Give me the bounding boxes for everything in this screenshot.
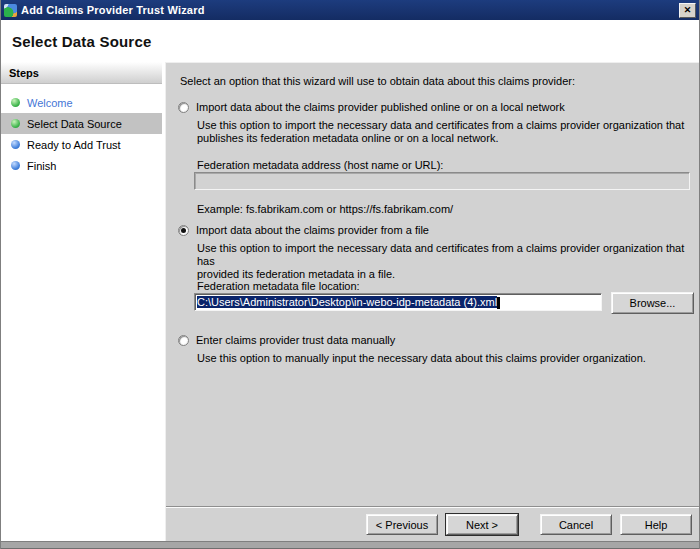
step-done-bullet-icon [11,98,20,107]
radio-option-label[interactable]: Import data about the claims provider fr… [196,224,429,237]
metadata-file-input[interactable]: C:\Users\Administrator\Desktop\in-webo-i… [194,293,602,311]
metadata-address-label: Federation metadata address (host name o… [197,159,443,172]
cancel-button[interactable]: Cancel [540,514,612,535]
title-bar[interactable]: Add Claims Provider Trust Wizard ✕ [1,0,699,20]
steps-sidebar: Steps Welcome Select Data Source Ready t… [1,62,162,541]
step-label: Finish [27,160,56,172]
heading-band: Select Data Source [1,20,699,62]
step-upcoming-bullet-icon [11,161,20,170]
steps-list: Welcome Select Data Source Ready to Add … [1,84,162,176]
close-button[interactable]: ✕ [679,3,696,18]
steps-header: Steps [1,62,162,84]
content-column: Select an option that this wizard will u… [165,62,699,541]
help-button[interactable]: Help [620,514,692,535]
option-description: Use this option to manually input the ne… [197,352,689,365]
radio-option-label[interactable]: Import data about the claims provider pu… [196,101,565,114]
metadata-address-input[interactable] [194,172,690,190]
sidebar-item-finish: Finish [1,155,162,176]
radio-option-label[interactable]: Enter claims provider trust data manuall… [196,334,395,347]
wizard-icon [4,4,17,17]
intro-text: Select an option that this wizard will u… [180,75,575,88]
browse-button[interactable]: Browse... [611,292,694,314]
step-label: Select Data Source [27,118,122,130]
option-description: Use this option to import the necessary … [197,242,689,281]
metadata-address-example: Example: fs.fabrikam.com or https://fs.f… [197,203,453,216]
sidebar-item-welcome: Welcome [1,92,162,113]
option-description: Use this option to import the necessary … [197,119,689,145]
next-button[interactable]: Next > [446,514,518,535]
selected-file-path: C:\Users\Administrator\Desktop\in-webo-i… [197,296,497,308]
sidebar-item-ready-to-add-trust: Ready to Add Trust [1,134,162,155]
page-title: Select Data Source [1,20,699,50]
step-label: Welcome [27,97,73,109]
wizard-window: Add Claims Provider Trust Wizard ✕ Selec… [0,0,700,549]
step-label: Ready to Add Trust [27,139,121,151]
close-icon: ✕ [684,6,692,15]
sidebar-item-select-data-source: Select Data Source [1,113,162,134]
window-bottom-edge [1,541,699,549]
previous-button[interactable]: < Previous [366,514,438,535]
metadata-file-label: Federation metadata file location: [197,280,360,293]
radio-button-selected-icon[interactable] [178,225,189,236]
text-caret [497,297,500,309]
main-area: Steps Welcome Select Data Source Ready t… [1,62,699,541]
radio-button-icon[interactable] [178,335,189,346]
radio-option-import-file[interactable]: Import data about the claims provider fr… [178,224,429,237]
footer-button-row: < Previous Next > Cancel Help [166,508,699,541]
radio-button-icon[interactable] [178,102,189,113]
step-upcoming-bullet-icon [11,140,20,149]
content-body: Select an option that this wizard will u… [166,63,699,506]
step-done-bullet-icon [11,119,20,128]
window-title: Add Claims Provider Trust Wizard [21,4,679,16]
radio-option-manual[interactable]: Enter claims provider trust data manuall… [178,334,395,347]
radio-option-import-online[interactable]: Import data about the claims provider pu… [178,101,565,114]
